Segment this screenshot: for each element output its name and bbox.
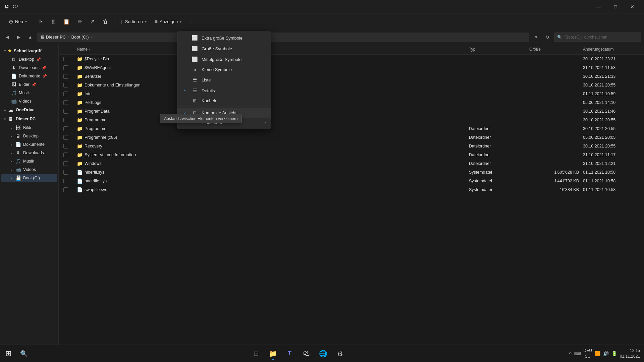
refresh-button[interactable]: ↻	[543, 33, 552, 42]
taskbar-language[interactable]: DEU SG	[584, 348, 592, 359]
row-name-cell: 📁 Programme (x86)	[75, 134, 467, 141]
row-checkbox[interactable]	[63, 118, 68, 122]
taskbar-item-teams[interactable]: T	[282, 346, 298, 361]
sidebar-item-downloads[interactable]: ⬇ Downloads 📌	[1, 64, 57, 72]
row-checkbox[interactable]	[63, 100, 68, 105]
table-row[interactable]: 📁 Programme (x86) Dateiordner 05.06.2021…	[59, 133, 644, 142]
table-row[interactable]: 📁 Intel 01.11.2021 10:59	[59, 89, 644, 98]
header-date[interactable]: Änderungsdatum	[581, 46, 641, 53]
table-row[interactable]: 📁 Windows Dateiordner 31.10.2021 12:21	[59, 159, 644, 168]
sidebar-section-thispc[interactable]: ▾ 🖥 Dieser PC	[1, 115, 57, 123]
sidebar-item-pc-desktop[interactable]: ▸ 🖥 Desktop	[1, 132, 57, 140]
view-button[interactable]: ≡ Anzeigen ▾	[151, 17, 185, 26]
taskbar-item-edge[interactable]: 🌐	[316, 346, 331, 361]
row-checkbox[interactable]	[63, 57, 68, 61]
table-row[interactable]: 📁 PerfLogs 05.06.2021 14:10	[59, 98, 644, 107]
row-type-cell: Dateiordner	[467, 143, 527, 149]
minimize-button[interactable]: —	[591, 1, 606, 12]
new-button[interactable]: ⊕ Neu ▾	[5, 17, 30, 26]
row-checkbox[interactable]	[63, 179, 68, 183]
breadcrumb-drive: Boot (C:)	[71, 35, 89, 40]
sidebar-item-docs[interactable]: 📄 Dokumente 📌	[1, 72, 57, 80]
row-checkbox[interactable]	[63, 187, 68, 192]
dropdown-item-details[interactable]: • ☰ Details	[177, 85, 271, 96]
share-button[interactable]: ↗	[87, 17, 98, 26]
taskbar-item-settings[interactable]: ⚙	[332, 346, 348, 361]
file-date: 30.10.2021 20:55	[583, 83, 615, 87]
cut-button[interactable]: ✂	[36, 17, 47, 26]
file-type: Systemdatei	[469, 170, 492, 175]
dropdown-item-large[interactable]: ⬜ Große Symbole	[177, 43, 271, 54]
dropdown-item-tiles[interactable]: ⊞ Kacheln	[177, 96, 271, 106]
dropdown-item-list[interactable]: ☰ Liste	[177, 74, 271, 85]
header-type[interactable]: Typ	[467, 46, 527, 53]
wifi-icon[interactable]: 📶	[595, 351, 600, 356]
sidebar-item-pc-docs[interactable]: ▸ 📄 Dokumente	[1, 140, 57, 148]
table-row[interactable]: 📄 swapfile.sys Systemdatei 16'384 KB 01.…	[59, 185, 644, 194]
maximize-button[interactable]: □	[608, 1, 623, 12]
back-button[interactable]: ◀	[3, 33, 12, 42]
row-checkbox[interactable]	[63, 109, 68, 114]
breadcrumb[interactable]: 🖥 Dieser PC › Boot (C:) ›	[37, 33, 529, 42]
address-dropdown-button[interactable]: ▾	[531, 33, 541, 42]
sidebar-item-pc-pictures[interactable]: ▸ 🖼 Bilder	[1, 124, 57, 132]
table-row[interactable]: 📁 Programme 30.10.2021 20:55	[59, 116, 644, 124]
copy-button[interactable]: ⎘	[48, 17, 58, 26]
row-checkbox[interactable]	[63, 74, 68, 79]
sidebar-section-onedrive[interactable]: ▸ ☁ OneDrive	[1, 106, 57, 114]
row-checkbox[interactable]	[63, 144, 68, 148]
battery-icon[interactable]: 🔋	[611, 351, 617, 356]
sidebar-item-pc-bootc[interactable]: ▾ 💾 Boot (C:)	[1, 174, 57, 182]
rename-button[interactable]: ✏	[74, 17, 86, 26]
sidebar-item-pc-music[interactable]: ▸ 🎵 Musik	[1, 157, 57, 165]
table-row[interactable]: 📄 hiberfil.sys Systemdatei 1'605'628 KB …	[59, 168, 644, 177]
taskbar-search-button[interactable]: 🔍	[17, 347, 31, 361]
sidebar-item-videos[interactable]: 📹 Videos	[1, 97, 57, 105]
row-checkbox[interactable]	[63, 135, 68, 140]
table-row[interactable]: 📁 System Volume Information Dateiordner …	[59, 150, 644, 159]
videos-icon: 📹	[11, 99, 17, 104]
table-row[interactable]: 📁 Dokumente und Einstellungen 30.10.2021…	[59, 81, 644, 89]
taskbar-item-task-view[interactable]: ⊡	[249, 346, 264, 361]
sidebar-item-pc-downloads[interactable]: ▸ ⬇ Downloads	[1, 149, 57, 157]
search-box[interactable]: 🔍 "Boot (C:)" durchsuchen	[554, 33, 641, 42]
more-button[interactable]: ···	[186, 17, 197, 26]
docs-icon: 📄	[11, 73, 17, 79]
table-row[interactable]: 📁 $WinREAgent 31.10.2021 11:53	[59, 63, 644, 72]
table-row[interactable]: 📁 Benutzer 30.10.2021 21:33	[59, 72, 644, 81]
table-row[interactable]: 📄 pagefile.sys Systemdatei 1'441'792 KB …	[59, 177, 644, 185]
row-checkbox[interactable]	[63, 126, 68, 131]
table-row[interactable]: 📁 Recovery Dateiordner 30.10.2021 20:55	[59, 142, 644, 150]
row-checkbox[interactable]	[63, 161, 68, 166]
forward-button[interactable]: ▶	[14, 33, 23, 42]
paste-button[interactable]: 📋	[60, 17, 73, 26]
row-checkbox[interactable]	[63, 92, 68, 96]
row-checkbox[interactable]	[63, 83, 68, 87]
dropdown-item-extra-large[interactable]: ⬜ Extra große Symbole	[177, 33, 271, 43]
systray-chevron-icon[interactable]: ^	[569, 351, 572, 356]
volume-icon[interactable]: 🔊	[603, 351, 609, 356]
sidebar-item-music[interactable]: 🎵 Musik	[1, 89, 57, 97]
header-size[interactable]: Größe	[527, 46, 581, 53]
dropdown-item-medium[interactable]: ⬜ Mittelgroße Symbole	[177, 54, 271, 65]
sidebar-item-pictures[interactable]: 🖼 Bilder 📌	[1, 80, 57, 88]
taskbar-clock[interactable]: 12:15 01.11.2021	[620, 348, 640, 359]
row-checkbox[interactable]	[63, 153, 68, 157]
start-button[interactable]: ⊞	[0, 345, 17, 362]
taskbar-item-store[interactable]: 🛍	[299, 346, 314, 361]
table-row[interactable]: 📁 $Recycle.Bin 30.10.2021 23:21	[59, 55, 644, 63]
sort-button[interactable]: ↕ Sortieren ▾	[117, 17, 150, 26]
sidebar-section-quickaccess[interactable]: ▾ ★ Schnellzugriff	[1, 47, 57, 55]
taskbar-item-explorer[interactable]: 📁	[265, 346, 281, 361]
row-checkbox[interactable]	[63, 65, 68, 70]
sidebar-item-pc-videos[interactable]: ▸ 📹 Videos	[1, 166, 57, 174]
sidebar-item-desktop[interactable]: 🖥 Desktop 📌	[1, 55, 57, 63]
keyboard-icon[interactable]: ⌨	[574, 351, 581, 356]
table-row[interactable]: 📁 ProgramData 30.10.2021 21:46	[59, 107, 644, 116]
dropdown-item-small[interactable]: ⠿ Kleine Symbole	[177, 65, 271, 74]
close-button[interactable]: ✕	[625, 1, 640, 12]
up-button[interactable]: ▲	[25, 33, 35, 42]
table-row[interactable]: 📁 Programme Dateiordner 30.10.2021 20:55	[59, 124, 644, 133]
row-checkbox[interactable]	[63, 170, 68, 175]
delete-button[interactable]: 🗑	[99, 17, 111, 26]
